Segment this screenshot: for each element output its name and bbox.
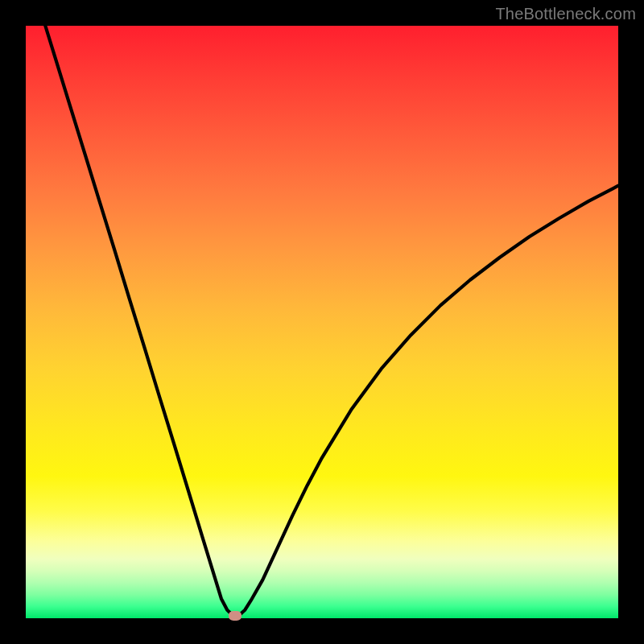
curve-path [45,26,618,616]
bottleneck-curve [26,26,618,618]
watermark-text: TheBottleneck.com [495,5,636,23]
chart-frame: TheBottleneck.com [0,0,644,644]
min-marker [229,611,242,621]
plot-area [26,26,618,618]
